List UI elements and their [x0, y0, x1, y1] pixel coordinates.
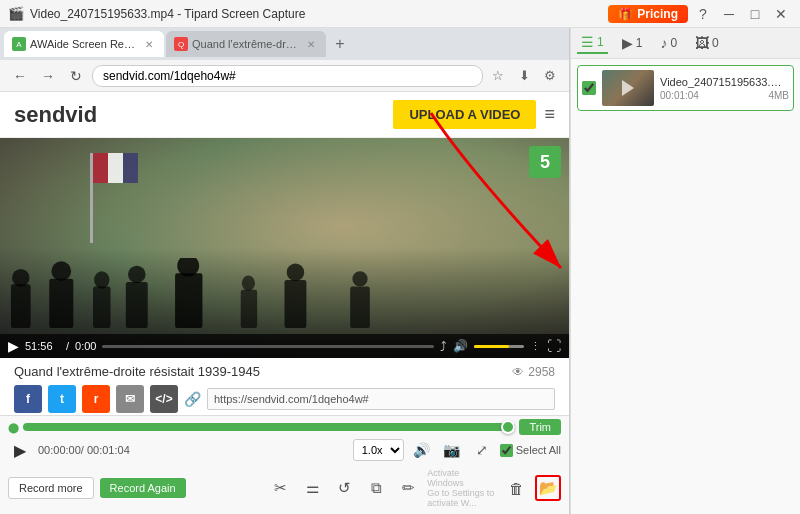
embed-share-button[interactable]: </> — [150, 385, 178, 413]
volume-fill — [474, 345, 509, 348]
timeline-track[interactable] — [23, 423, 515, 431]
select-all-checkbox-label: Select All — [500, 444, 561, 457]
video-badge: 5 — [529, 146, 561, 178]
refresh-button[interactable]: ↻ — [64, 64, 88, 88]
maximize-button[interactable]: □ — [744, 3, 766, 25]
video-title: Quand l'extrême-droite résistait 1939-19… — [14, 364, 260, 379]
rotate-button[interactable]: ↺ — [331, 475, 357, 501]
tab-close-1[interactable]: ✕ — [142, 37, 156, 51]
reddit-share-button[interactable]: r — [82, 385, 110, 413]
playback-row: ▶ 00:00:00/ 00:01:04 1.0x 1.5x 2.0x 🔊 📷 … — [8, 438, 561, 462]
file-meta: 00:01:04 4MB — [660, 90, 789, 101]
question-button[interactable]: ? — [692, 3, 714, 25]
timeline-thumb — [501, 420, 515, 434]
bookmark-icon[interactable]: ☆ — [487, 65, 509, 87]
address-bar: ← → ↻ ☆ ⬇ ⚙ — [0, 60, 569, 92]
file-item[interactable]: Video_240715195633.mp4 00:01:04 4MB — [577, 65, 794, 111]
volume-bar[interactable] — [474, 345, 524, 348]
record-more-button[interactable]: Record more — [8, 477, 94, 499]
timeline-start-icon: ⬤ — [8, 422, 19, 433]
folder-open-button[interactable]: 📂 — [535, 475, 561, 501]
select-all-label: Select All — [516, 444, 561, 456]
scissors-button[interactable]: ✂ — [267, 475, 293, 501]
eye-icon: 👁 — [512, 365, 524, 379]
browser-tab-1[interactable]: A AWAide Screen Recorder: Scre... ✕ — [4, 31, 164, 57]
file-size: 4MB — [768, 90, 789, 101]
pricing-button[interactable]: 🎁 Pricing — [608, 5, 688, 23]
expand-tool-button[interactable]: ⤢ — [470, 438, 494, 462]
back-button[interactable]: ← — [8, 64, 32, 88]
file-info: Video_240715195633.mp4 00:01:04 4MB — [660, 76, 789, 101]
tab-bar: A AWAide Screen Recorder: Scre... ✕ Q Qu… — [0, 28, 569, 60]
video-title-row: Quand l'extrême-droite résistait 1939-19… — [14, 364, 555, 379]
video-play-button[interactable]: ▶ — [8, 338, 19, 354]
forward-button[interactable]: → — [36, 64, 60, 88]
video-time-current: 51:56 — [25, 340, 60, 352]
video-time-total: 0:00 — [75, 340, 96, 352]
time-display: 00:00:00/ 00:01:04 — [38, 444, 130, 456]
file-list: Video_240715195633.mp4 00:01:04 4MB — [571, 59, 800, 293]
more-options-icon[interactable]: ⋮ — [530, 340, 541, 353]
hamburger-icon[interactable]: ≡ — [544, 104, 555, 125]
share-icon[interactable]: ⤴ — [440, 339, 447, 354]
minimize-button[interactable]: ─ — [718, 3, 740, 25]
app-title: Video_240715195633.mp4 - Tipard Screen C… — [30, 7, 305, 21]
select-all-checkbox[interactable] — [500, 444, 513, 457]
url-input[interactable] — [92, 65, 483, 87]
file-tab-image[interactable]: 🖼 0 — [691, 33, 723, 53]
record-again-button[interactable]: Record Again — [100, 478, 186, 498]
timeline-bar: ⬤ Trim — [8, 420, 561, 434]
video-icon: ▶ — [622, 35, 633, 51]
playback-play-button[interactable]: ▶ — [8, 438, 32, 462]
sendvid-header: sendvid UPLOAD A VIDEO ≡ — [0, 92, 569, 138]
camera-tool-button[interactable]: 📷 — [440, 438, 464, 462]
volume-tool-button[interactable]: 🔊 — [410, 438, 434, 462]
video-info: Quand l'extrême-droite résistait 1939-19… — [0, 358, 569, 415]
close-button[interactable]: ✕ — [770, 3, 792, 25]
edit-button[interactable]: ✏ — [395, 475, 421, 501]
browser-area: A AWAide Screen Recorder: Scre... ✕ Q Qu… — [0, 28, 570, 514]
email-share-button[interactable]: ✉ — [116, 385, 144, 413]
file-tab-video[interactable]: ▶ 1 — [618, 33, 647, 53]
audio-icon: ♪ — [660, 35, 667, 51]
title-bar-controls: 🎁 Pricing ? ─ □ ✕ — [608, 3, 792, 25]
recording-controls: ⬤ Trim ▶ 00:00:00/ 00:01:04 1.0x 1.5x 2.… — [0, 415, 569, 514]
video-progress-bar[interactable] — [102, 345, 434, 348]
speed-select[interactable]: 1.0x 1.5x 2.0x — [353, 439, 404, 461]
file-tab-audio[interactable]: ♪ 0 — [656, 33, 681, 53]
volume-icon[interactable]: 🔊 — [453, 339, 468, 353]
arrow-area — [571, 293, 800, 515]
list-icon: ☰ — [581, 34, 594, 50]
twitter-share-button[interactable]: t — [48, 385, 76, 413]
file-tab-all-count: 1 — [597, 35, 604, 49]
facebook-share-button[interactable]: f — [14, 385, 42, 413]
link-icon: 🔗 — [184, 391, 201, 407]
video-scene: 5 — [0, 138, 569, 358]
right-panel: ☰ 1 ▶ 1 ♪ 0 🖼 0 — [570, 28, 800, 514]
trash-button[interactable]: 🗑 — [503, 475, 529, 501]
download-icon[interactable]: ⬇ — [513, 65, 535, 87]
equalizer-button[interactable]: ⚌ — [299, 475, 325, 501]
trim-button[interactable]: Trim — [519, 419, 561, 435]
bottom-action-row: Record more Record Again ✂ ⚌ ↺ ⧉ ✏ Activ… — [8, 466, 561, 510]
settings-icon[interactable]: ⚙ — [539, 65, 561, 87]
copy-button[interactable]: ⧉ — [363, 475, 389, 501]
file-tab-image-count: 0 — [712, 36, 719, 50]
file-thumbnail — [602, 70, 654, 106]
file-name: Video_240715195633.mp4 — [660, 76, 789, 88]
video-controls: ▶ 51:56 / 0:00 ⤴ 🔊 ⋮ ⛶ — [0, 334, 569, 358]
tab-close-2[interactable]: ✕ — [304, 37, 318, 51]
video-time-sep: / — [66, 340, 69, 352]
new-tab-button[interactable]: + — [328, 32, 352, 56]
file-checkbox[interactable] — [582, 81, 596, 95]
fullscreen-icon[interactable]: ⛶ — [547, 338, 561, 354]
share-link-input[interactable] — [207, 388, 555, 410]
file-tab-all[interactable]: ☰ 1 — [577, 32, 608, 54]
app-icon: 🎬 — [8, 6, 24, 21]
image-icon: 🖼 — [695, 35, 709, 51]
video-container: 5 ▶ 51:56 / 0:00 ⤴ 🔊 ⋮ — [0, 138, 569, 358]
social-row: f t r ✉ </> 🔗 — [14, 385, 555, 413]
browser-tab-2[interactable]: Q Quand l'extrême-droite résiste... ✕ — [166, 31, 326, 57]
upload-button[interactable]: UPLOAD A VIDEO — [393, 100, 536, 129]
file-tab-video-count: 1 — [636, 36, 643, 50]
